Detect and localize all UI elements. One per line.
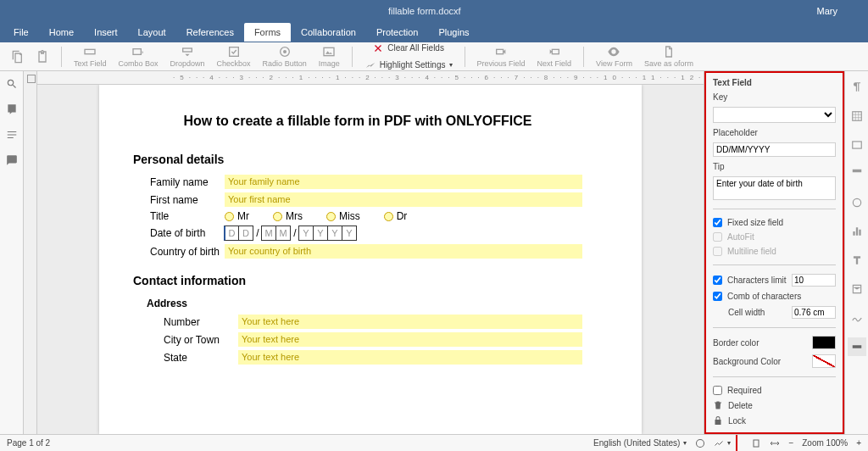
cob-field[interactable]: Your country of birth (225, 244, 582, 259)
document-area: ·5···4···3···2···1····1···2···3···4···5·… (24, 71, 704, 434)
copy-button[interactable] (5, 48, 29, 65)
address-subheading: Address (147, 298, 582, 309)
first-name-label: First name (150, 194, 225, 206)
page-canvas[interactable]: How to create a fillable form in PDF wit… (37, 85, 704, 434)
tab-layout[interactable]: Layout (128, 23, 176, 42)
zoom-in-icon[interactable]: + (856, 438, 861, 448)
track-changes-icon[interactable]: ▾ (714, 438, 731, 448)
header-tab-icon[interactable] (848, 164, 866, 183)
radio-mrs[interactable] (273, 212, 282, 221)
svg-point-12 (853, 198, 860, 206)
chars-limit-checkbox[interactable] (713, 276, 722, 285)
placeholder-label: Placeholder (713, 128, 836, 137)
image-button[interactable]: Image (314, 43, 345, 70)
document-title: fillable form.docxf (32, 6, 817, 16)
delete-button[interactable]: Delete (713, 400, 836, 410)
find-icon[interactable] (6, 78, 18, 92)
checkbox-button[interactable]: Checkbox (212, 43, 256, 70)
signature-tab-icon[interactable] (848, 309, 866, 327)
city-field[interactable]: Your text here (238, 332, 582, 347)
dropdown-button[interactable]: Dropdown (165, 43, 210, 70)
title-bar: fillable form.docxf Mary (0, 0, 868, 22)
feedback-icon[interactable] (6, 154, 18, 168)
section-contact-heading: Contact information (133, 274, 582, 287)
vertical-ruler (24, 71, 37, 434)
save-as-oform-button[interactable]: Save as oform (639, 43, 698, 70)
family-name-field[interactable]: Your family name (225, 175, 582, 189)
previous-field-button[interactable]: Previous Field (472, 43, 531, 70)
state-field[interactable]: Your text here (238, 350, 582, 365)
table-tab-icon[interactable] (848, 107, 866, 125)
required-checkbox[interactable] (713, 386, 722, 395)
horizontal-ruler: ·5···4···3···2···1····1···2···3···4···5·… (37, 71, 704, 85)
next-field-button[interactable]: Next Field (532, 43, 577, 70)
tip-textarea[interactable]: Enter your date of birth (713, 176, 836, 200)
clear-all-fields-button[interactable]: Clear All Fields (359, 41, 458, 56)
key-label: Key (713, 92, 836, 102)
textart-tab-icon[interactable] (848, 251, 866, 270)
radio-dr[interactable] (384, 212, 393, 221)
bg-color-picker[interactable] (812, 354, 836, 368)
page-indicator[interactable]: Page 1 of 2 (7, 438, 50, 448)
border-color-label: Border color (713, 338, 759, 348)
title-label: Title (150, 210, 225, 222)
placeholder-input[interactable] (713, 142, 836, 157)
tab-file[interactable]: File (3, 23, 39, 42)
fit-page-icon[interactable] (751, 438, 761, 448)
zoom-out-icon[interactable]: − (788, 438, 793, 448)
row-cob: Country of birth Your country of birth (133, 244, 582, 259)
form-tab-icon[interactable] (848, 337, 866, 356)
family-name-label: Family name (150, 176, 225, 188)
cell-width-input[interactable] (793, 307, 835, 318)
tab-collaboration[interactable]: Collaboration (291, 23, 366, 42)
chars-limit-input[interactable] (793, 275, 835, 286)
svg-rect-13 (852, 345, 861, 348)
image-tab-icon[interactable] (848, 136, 866, 154)
spellcheck-icon[interactable] (695, 438, 705, 448)
svg-rect-8 (552, 49, 559, 53)
tab-protection[interactable]: Protection (366, 23, 429, 42)
radio-button-button[interactable]: Radio Button (258, 43, 312, 70)
radio-miss[interactable] (326, 212, 336, 221)
view-form-button[interactable]: View Form (591, 43, 637, 70)
paragraph-tab-icon[interactable] (848, 78, 866, 97)
current-user[interactable]: Mary (817, 6, 837, 16)
first-name-field[interactable]: Your first name (225, 192, 582, 207)
tab-home[interactable]: Home (39, 23, 84, 42)
shape-tab-icon[interactable] (848, 193, 866, 212)
panel-title: Text Field (713, 78, 836, 87)
fit-width-icon[interactable] (770, 438, 780, 448)
chart-tab-icon[interactable] (848, 222, 866, 241)
comments-icon[interactable] (6, 103, 18, 117)
tab-forms[interactable]: Forms (244, 23, 291, 42)
fixed-size-checkbox[interactable] (713, 218, 722, 227)
row-title: Title Mr Mrs Miss Dr (133, 210, 582, 222)
highlight-settings-button[interactable]: Highlight Settings ▾ (359, 58, 458, 73)
tip-label: Tip (713, 162, 836, 171)
key-select[interactable] (713, 107, 836, 123)
radio-mr[interactable] (225, 212, 234, 221)
city-label: City or Town (164, 334, 238, 346)
tab-plugins[interactable]: Plugins (428, 23, 479, 42)
number-field[interactable]: Your text here (238, 315, 582, 329)
border-color-picker[interactable] (812, 336, 836, 349)
dob-comb-field[interactable]: D D / M M / Y Y Y Y (225, 226, 357, 241)
text-field-button[interactable]: Text Field (69, 43, 112, 70)
combo-box-button[interactable]: Combo Box (114, 43, 164, 70)
comb-checkbox[interactable] (713, 292, 722, 301)
navigation-icon[interactable] (6, 129, 18, 142)
svg-rect-3 (229, 47, 238, 57)
multiline-checkbox (713, 247, 722, 256)
cob-label: Country of birth (150, 246, 225, 258)
title-radio-group: Mr Mrs Miss Dr (225, 210, 407, 222)
mailmerge-tab-icon[interactable] (848, 280, 866, 298)
main-menu: File Home Insert Layout References Forms… (0, 22, 868, 42)
lock-button[interactable]: Lock (713, 415, 836, 426)
language-selector[interactable]: English (United States)▾ (593, 438, 687, 448)
svg-point-5 (283, 50, 287, 53)
paste-button[interactable] (31, 48, 54, 65)
zoom-label[interactable]: Zoom 100% (802, 438, 848, 448)
status-bar: Page 1 of 2 English (United States)▾ ▾ −… (0, 434, 868, 451)
tab-insert[interactable]: Insert (84, 23, 128, 42)
tab-references[interactable]: References (176, 23, 244, 42)
